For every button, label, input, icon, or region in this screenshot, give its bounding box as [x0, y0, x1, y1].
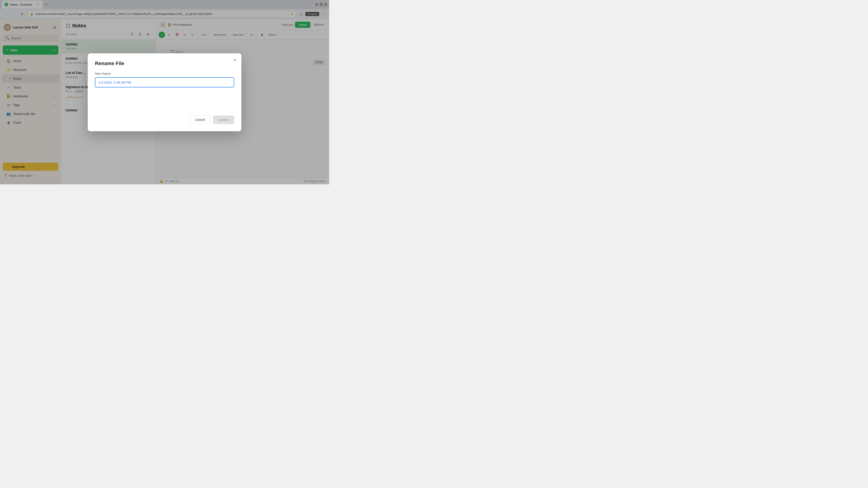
update-button[interactable]: Update	[213, 116, 234, 124]
modal-close-button[interactable]: ✕	[231, 57, 238, 63]
modal-actions: Cancel Update	[95, 116, 234, 124]
rename-file-modal: ✕ Rename File New Name Cancel Update	[88, 53, 241, 131]
modal-spacer	[95, 88, 234, 110]
modal-title: Rename File	[95, 61, 234, 66]
cancel-button[interactable]: Cancel	[189, 116, 211, 124]
modal-overlay[interactable]: ✕ Rename File New Name Cancel Update	[0, 0, 329, 184]
modal-field-label: New Name	[95, 72, 234, 75]
rename-input[interactable]	[95, 77, 234, 88]
